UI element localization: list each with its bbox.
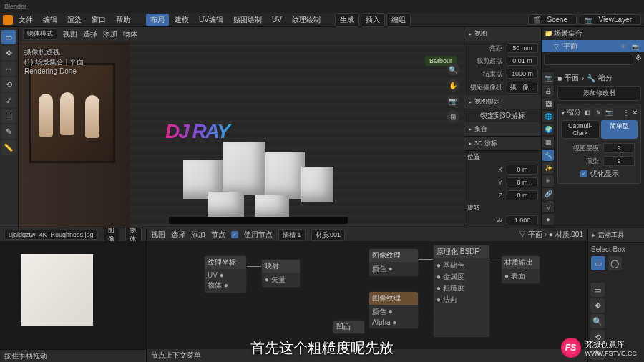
pan-icon[interactable]: ✋ bbox=[447, 79, 459, 92]
algo-simple[interactable]: 简单型 bbox=[601, 120, 638, 139]
mod-edit-icon[interactable]: ✎ bbox=[594, 108, 602, 117]
tab-particle[interactable]: ✨ bbox=[542, 162, 554, 174]
tool-measure[interactable]: 📏 bbox=[1, 140, 16, 155]
property-tabs: 📷 🖨 🖼 🌐 🌍 ▦ 🔧 ✨ ⚛ 🔗 ▽ ● bbox=[542, 70, 555, 228]
image-editor[interactable]: ujaidgztw_4K_Roughness.jpg 图像 物体 按住手柄拖动 bbox=[0, 228, 147, 362]
algo-catmull[interactable]: Catmull-Clark bbox=[561, 120, 600, 139]
tool-rotate[interactable]: ⟲ bbox=[1, 77, 16, 92]
section-collections[interactable]: 集合 bbox=[464, 122, 541, 137]
tool-cursor[interactable]: ✥ bbox=[1, 46, 16, 60]
tool-icon[interactable]: 🔍 bbox=[590, 314, 605, 328]
menu-edit[interactable]: 编辑 bbox=[39, 14, 62, 26]
mod-realtime-icon[interactable]: ◧ bbox=[583, 108, 592, 117]
menu-render[interactable]: 渲染 bbox=[63, 14, 86, 26]
loc-y[interactable]: 0 m bbox=[507, 177, 538, 187]
lock-to-cursor[interactable]: 锁定到3D游标 bbox=[480, 111, 525, 121]
breadcrumb: ■平面›🔧缩分 bbox=[557, 73, 641, 83]
viewport-3d[interactable]: 物体模式 视图 选择 添加 物体 Barbour DJ RAY bbox=[19, 27, 464, 228]
scene-field[interactable]: 🎬 Scene bbox=[528, 14, 577, 25]
close-icon[interactable]: ✕ bbox=[632, 109, 638, 117]
loc-x[interactable]: 0 m bbox=[507, 165, 538, 175]
camera-icon[interactable]: 📷 bbox=[447, 94, 459, 107]
tab-physics[interactable]: ⚛ bbox=[542, 175, 554, 187]
section-cursor[interactable]: 3D 游标 bbox=[464, 137, 541, 151]
viewlayer-field[interactable]: 📷 ViewLayer bbox=[580, 14, 641, 25]
menu-window[interactable]: 窗口 bbox=[87, 14, 110, 26]
tool-icon[interactable]: ✥ bbox=[590, 298, 605, 313]
ne-menu[interactable]: 视图 bbox=[151, 230, 165, 240]
tab-render[interactable]: 📷 bbox=[542, 72, 554, 84]
select-mode[interactable]: ◯ bbox=[608, 256, 622, 270]
subdiv-render[interactable]: 9 bbox=[603, 156, 635, 166]
tab-material[interactable]: ● bbox=[542, 214, 554, 225]
slot-select[interactable]: 插槽 1 bbox=[278, 229, 306, 241]
outliner-item[interactable]: ▽平面👁 📷 bbox=[542, 40, 644, 52]
loc-z[interactable]: 0 m bbox=[507, 190, 538, 200]
workspace-tab[interactable]: UV编辑 bbox=[195, 14, 228, 26]
zoom-icon[interactable]: 🔍 bbox=[447, 63, 459, 76]
search-input[interactable] bbox=[544, 54, 633, 65]
use-nodes-check[interactable]: ✓ bbox=[231, 231, 238, 238]
menu-help[interactable]: 帮助 bbox=[112, 14, 135, 26]
workspace-tab-layout[interactable]: 布局 bbox=[146, 14, 169, 26]
workspace-tab[interactable]: 贴图绘制 bbox=[229, 14, 266, 26]
select-mode[interactable]: ▭ bbox=[591, 256, 605, 270]
lock-camera-input[interactable]: 摄...像... bbox=[507, 82, 538, 94]
ne-menu[interactable]: 选择 bbox=[171, 230, 185, 240]
tab-object[interactable]: ▦ bbox=[542, 137, 554, 148]
mode-select[interactable]: 物体模式 bbox=[23, 28, 57, 40]
tab-world[interactable]: 🌍 bbox=[542, 124, 554, 135]
watermark-logo-icon: FS bbox=[561, 338, 581, 358]
menu-bar: 文件 编辑 渲染 窗口 帮助 布局 建模 UV编辑 贴图绘制 UV 纹理绘制 生… bbox=[0, 13, 644, 27]
focal-input[interactable]: 50 mm bbox=[507, 43, 538, 53]
tool-transform[interactable]: ⬚ bbox=[1, 109, 16, 123]
label: 结束点 bbox=[467, 69, 505, 79]
add-modifier-button[interactable]: 添加修改器 bbox=[557, 86, 641, 101]
tab-scene[interactable]: 🌐 bbox=[542, 111, 554, 122]
vp-menu-select[interactable]: 选择 bbox=[83, 29, 97, 39]
tool-annotate[interactable]: ✎ bbox=[1, 124, 16, 139]
tool-select-box[interactable]: ▭ bbox=[1, 30, 16, 44]
texture-preview bbox=[21, 254, 93, 326]
section-lock[interactable]: 视图锁定 bbox=[464, 95, 541, 109]
subdiv-viewport[interactable]: 9 bbox=[603, 143, 635, 153]
ne-menu[interactable]: 添加 bbox=[191, 230, 205, 240]
label: 锁定摄像机 bbox=[467, 83, 505, 92]
mode-dropdown[interactable]: 生成 bbox=[335, 13, 359, 27]
material-select[interactable]: 材质.001 bbox=[311, 229, 346, 241]
grid-icon[interactable]: ⊞ bbox=[447, 110, 459, 123]
tab-output[interactable]: 🖨 bbox=[542, 85, 554, 97]
rot-w[interactable]: 1.000 bbox=[507, 215, 538, 225]
label: 视图层级 bbox=[564, 144, 602, 153]
section-active-tool[interactable]: 活动工具 bbox=[588, 228, 644, 243]
chevron-down-icon[interactable]: ⋮ bbox=[623, 109, 630, 117]
mod-render-icon[interactable]: 📷 bbox=[605, 108, 613, 117]
clip-start-input[interactable]: 0.01 m bbox=[507, 56, 538, 66]
n-panel: 视图 焦距50 mm 裁剪起点0.01 m 结束点1000 m 锁定摄像机摄..… bbox=[464, 27, 542, 228]
tab-data[interactable]: ▽ bbox=[542, 201, 554, 212]
workspace-tab[interactable]: 建模 bbox=[170, 14, 193, 26]
tab-modifier[interactable]: 🔧 bbox=[542, 150, 554, 161]
clip-end-input[interactable]: 1000 m bbox=[507, 69, 538, 79]
tab-view[interactable]: 🖼 bbox=[542, 98, 554, 109]
viewport-overlay: 摄像机透视 (1) 场景集合 | 平面 Rendering Done bbox=[24, 47, 84, 75]
vp-menu-object[interactable]: 物体 bbox=[123, 29, 137, 39]
workspace-tab[interactable]: 纹理绘制 bbox=[288, 14, 325, 26]
menu-file[interactable]: 文件 bbox=[14, 14, 37, 26]
vp-menu-view[interactable]: 视图 bbox=[63, 29, 77, 39]
mode-dropdown[interactable]: 插入 bbox=[361, 13, 385, 27]
mode-dropdown[interactable]: 编组 bbox=[386, 13, 411, 27]
outliner[interactable]: 📁场景集合 ▽平面👁 📷▽摄像机👁 📷▽立方体👁 📷▽立方体.001👁 📷▽立方… bbox=[542, 27, 644, 52]
ne-menu[interactable]: 节点 bbox=[211, 230, 225, 240]
tool-icon[interactable]: ▭ bbox=[590, 283, 605, 297]
filter-icon[interactable]: ⚙ bbox=[635, 54, 642, 65]
workspace-tab[interactable]: UV bbox=[268, 14, 286, 25]
tool-scale[interactable]: ⤢ bbox=[1, 93, 16, 107]
img-file[interactable]: ujaidgztw_4K_Roughness.jpg bbox=[4, 230, 98, 240]
tab-constraint[interactable]: 🔗 bbox=[542, 188, 554, 200]
tool-move[interactable]: ↔ bbox=[1, 62, 16, 76]
optimize-checkbox[interactable]: ✓ bbox=[580, 170, 587, 177]
vp-menu-add[interactable]: 添加 bbox=[103, 29, 117, 39]
section-view[interactable]: 视图 bbox=[464, 27, 541, 41]
collection-icon: 📁 bbox=[545, 30, 552, 37]
